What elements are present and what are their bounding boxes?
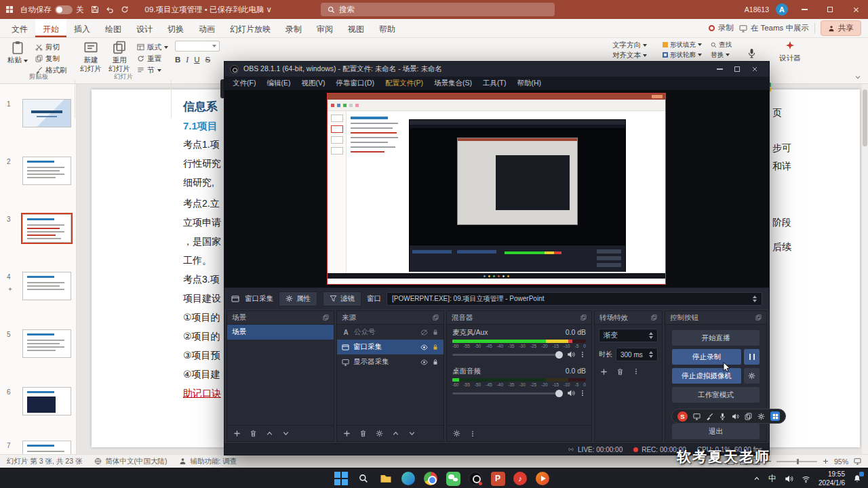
remove-scene-button[interactable] [250,430,257,437]
windows-start-button[interactable] [334,471,349,486]
designer-button[interactable]: 设计器 [774,41,806,63]
speaker-icon[interactable] [732,413,739,420]
kebab-menu-icon[interactable] [469,430,476,437]
avatar[interactable]: A [776,3,788,16]
vertical-scrollbar[interactable] [862,84,868,454]
accessibility-status[interactable]: 辅助功能: 调查 [179,457,237,466]
file-explorer-icon[interactable] [378,471,393,486]
source-item-hidden[interactable]: A 公众号 [337,325,443,340]
transition-select[interactable]: 渐变 [599,329,658,342]
close-button[interactable] [846,0,865,19]
music-app-icon[interactable]: ♪ [513,471,528,486]
add-source-button[interactable] [343,430,351,437]
studio-mode-button[interactable]: 工作室模式 [672,387,760,403]
italic-button[interactable]: I [186,56,189,64]
volume-slider[interactable] [452,392,563,394]
ribbon-tab[interactable]: 动画 [191,19,222,37]
start-streaming-button[interactable]: 开始直播 [672,330,760,346]
zoom-in-button[interactable] [823,458,829,464]
document-title[interactable]: 09.项目立项管理 • 已保存到此电脑 ∨ [145,5,273,15]
obs-menu-item[interactable]: 帮助(H) [511,79,547,88]
clock[interactable]: 19:55 2024/1/6 [818,470,845,487]
duration-input[interactable]: 300 ms [616,348,658,361]
overlay-logo[interactable]: S [677,411,688,422]
obs-menu-item[interactable]: 文件(F) [227,79,261,88]
share-button[interactable]: 共享 [821,20,861,36]
obs-menu-item[interactable]: 配置文件(P) [380,79,429,88]
obs-menu-item[interactable]: 编辑(E) [261,79,296,88]
slide-thumbnail-7[interactable] [22,441,71,454]
obs-titlebar[interactable]: OBS 28.1.1 (64-bit, windows) - 配置文件: 未命名… [224,62,769,77]
eye-icon[interactable] [420,344,428,351]
move-source-down-button[interactable] [408,430,416,437]
popout-icon[interactable] [580,314,587,321]
layout-button[interactable]: 版式 [137,42,168,52]
mic-icon[interactable] [719,413,726,420]
pause-recording-button[interactable] [744,349,760,365]
add-scene-button[interactable] [233,430,241,437]
obs-preview[interactable] [224,90,769,287]
eye-off-icon[interactable] [420,329,428,336]
underline-button[interactable]: U [194,56,199,64]
autosave-control[interactable]: 自动保存 关 [20,5,84,15]
record-button[interactable]: 录制 [709,23,734,33]
slide-thumbnail-1[interactable] [22,99,71,127]
chrome-browser-icon[interactable] [423,471,438,486]
eye-icon[interactable] [420,359,428,366]
ribbon-tab[interactable]: 帮助 [372,19,403,37]
screen-capture-icon[interactable] [693,413,701,420]
ribbon-tab[interactable]: 视图 [340,19,372,37]
notification-center-button[interactable] [853,474,861,483]
redo-icon[interactable] [121,5,129,14]
properties-button[interactable]: 属性 [279,291,317,306]
duration-spinner[interactable] [649,351,653,358]
replace-button[interactable]: 替换 [711,51,732,59]
pen-icon[interactable] [706,413,713,420]
ribbon-tab[interactable]: 切换 [160,19,191,37]
volume-icon[interactable] [785,474,793,483]
restore-button[interactable] [821,0,840,19]
language-status[interactable]: 简体中文(中国大陆) [94,457,167,466]
ribbon-tab[interactable]: 设计 [129,19,160,37]
ribbon-tab[interactable]: 录制 [278,19,309,37]
exit-button[interactable]: 退出 [672,424,760,439]
move-source-up-button[interactable] [392,430,399,437]
edge-browser-icon[interactable] [401,471,416,486]
fit-to-window-icon[interactable] [854,458,861,465]
slide-thumbnail-6[interactable] [22,387,71,415]
add-transition-button[interactable] [600,368,608,375]
zoom-slider-knob[interactable] [797,459,799,464]
network-icon[interactable] [802,474,810,483]
bold-button[interactable]: B [175,56,180,64]
scrollbar-thumb[interactable] [863,89,867,146]
popout-icon[interactable] [755,314,762,321]
slide-thumbnail-4[interactable] [22,272,71,300]
reset-button[interactable]: 重置 [137,54,168,64]
volume-slider-knob[interactable] [555,351,563,359]
move-scene-up-button[interactable] [266,430,273,437]
obs-menu-item[interactable]: 停靠窗口(D) [330,79,380,88]
cut-button[interactable]: 剪切 [35,42,67,52]
overlay-apps-button[interactable] [770,411,780,421]
tray-expand-icon[interactable] [753,475,760,482]
ribbon-tab[interactable]: 开始 [35,19,66,37]
ribbon-tab[interactable]: 绘图 [98,19,129,37]
remove-source-button[interactable] [359,430,367,437]
speaker-icon[interactable] [567,389,575,397]
save-icon[interactable] [91,5,99,14]
reuse-slide-button[interactable]: 重用 幻灯片 [106,41,133,73]
obs-maximize-button[interactable] [728,62,746,76]
kebab-menu-icon[interactable] [579,390,586,396]
font-name-select[interactable] [175,41,220,52]
kebab-menu-icon[interactable] [579,351,586,358]
audio-settings-icon[interactable] [453,430,460,437]
source-item[interactable]: 显示器采集 [337,354,443,369]
select-spinner[interactable] [649,332,653,339]
popout-icon[interactable] [323,314,329,321]
lock-icon[interactable] [432,344,439,350]
lock-icon[interactable] [432,359,439,365]
new-slide-button[interactable]: 新建 幻灯片 [77,41,104,73]
scene-item-selected[interactable]: 场景 [227,325,334,340]
collapse-ribbon-icon[interactable] [854,73,861,81]
select-spinner[interactable] [753,296,757,302]
